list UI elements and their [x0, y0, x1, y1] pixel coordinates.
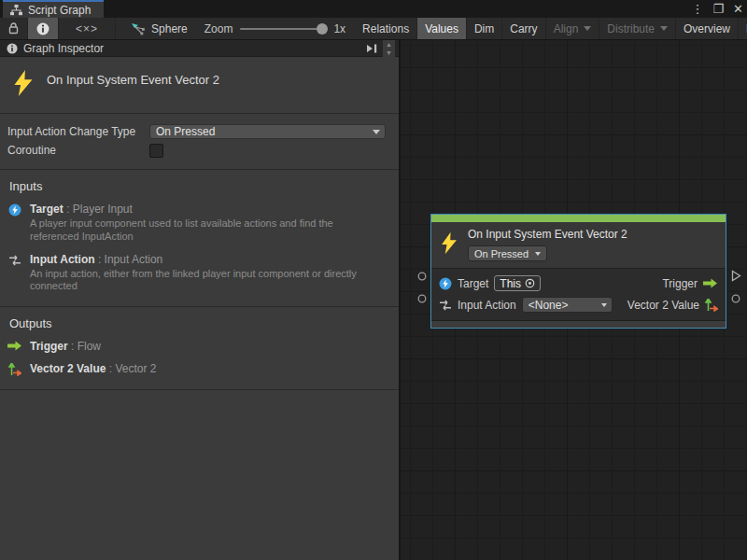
lock-button[interactable] [0, 18, 28, 39]
scroll-down-button[interactable]: ▼ [383, 49, 395, 57]
flow-arrow-icon [703, 278, 718, 288]
input-action-input-port[interactable] [417, 294, 427, 303]
node-header[interactable]: On Input System Event Vector 2 On Presse… [431, 222, 726, 269]
node-title: On Input System Event Vector 2 [468, 228, 627, 241]
chevron-down-icon [584, 26, 591, 31]
player-input-icon [439, 277, 452, 290]
chevron-down-icon [535, 252, 541, 256]
lock-icon [8, 22, 19, 35]
flow-arrow-icon [7, 340, 22, 353]
lightning-bolt-icon [441, 231, 458, 255]
outputs-section: Outputs Trigger : Flow [0, 307, 399, 390]
zoom-slider[interactable] [240, 28, 326, 30]
trigger-output-port[interactable] [731, 270, 741, 282]
align-button[interactable]: Align [546, 18, 600, 39]
target-object-field[interactable]: This [494, 275, 541, 291]
info-icon [7, 43, 18, 54]
vector2-port-label: Vector 2 Value [627, 299, 699, 312]
node-summary: On Input System Event Vector 2 [0, 57, 399, 114]
distribute-button[interactable]: Distribute [599, 18, 676, 39]
node-event-strip [431, 215, 726, 222]
info-icon [36, 22, 49, 35]
trigger-port-label: Trigger [662, 277, 698, 290]
window-menu-icon[interactable]: ⋮ [691, 0, 703, 18]
event-type-dropdown[interactable]: On Pressed [468, 245, 547, 261]
graph-name-label: Sphere [151, 22, 188, 35]
coroutine-label: Coroutine [7, 144, 149, 157]
node-ports: Target This Trigger [431, 269, 726, 320]
code-icon: <×> [76, 22, 98, 35]
port-name: Input Action [30, 253, 95, 266]
align-label: Align [554, 22, 579, 35]
dim-label: Dim [474, 22, 494, 35]
scroll-up-button[interactable]: ▲ [383, 40, 395, 49]
values-button[interactable]: Values [417, 18, 467, 39]
chevron-down-icon [660, 26, 668, 31]
code-preview-button[interactable]: <×> [59, 18, 116, 39]
input-action-value: <None> [529, 299, 569, 312]
target-port-label: Target [458, 277, 488, 290]
tab-script-graph[interactable]: Script Graph [3, 0, 104, 18]
outputs-heading: Outputs [7, 316, 386, 330]
vector2-icon [705, 299, 718, 312]
port-row-target-trigger: Target This Trigger [439, 273, 718, 294]
change-type-row: Input Action Change Type On Pressed [7, 122, 386, 141]
input-doc-input-action: Input Action : Input Action An input act… [7, 253, 386, 294]
change-type-label: Input Action Change Type [7, 125, 149, 138]
target-object-value: This [500, 277, 521, 290]
dim-button[interactable]: Dim [467, 18, 502, 39]
coroutine-checkbox[interactable] [149, 144, 163, 158]
lightning-bolt-icon [13, 70, 34, 96]
graph-breadcrumb[interactable]: Sphere [116, 18, 195, 39]
zoom-slider-knob[interactable] [317, 23, 328, 35]
coroutine-row: Coroutine [7, 141, 386, 160]
zoom-value: 1x [333, 22, 345, 35]
inputs-heading: Inputs [7, 179, 386, 193]
event-node[interactable]: On Input System Event Vector 2 On Presse… [430, 214, 726, 329]
tab-label: Script Graph [28, 4, 91, 17]
object-picker-icon[interactable] [525, 278, 535, 288]
relations-button[interactable]: Relations [355, 18, 417, 39]
chevron-down-icon [601, 303, 607, 307]
overview-button[interactable]: Overview [676, 18, 739, 39]
carry-button[interactable]: Carry [502, 18, 545, 39]
full-screen-button[interactable]: Full Screen [739, 18, 747, 39]
change-type-dropdown[interactable]: On Pressed [149, 124, 386, 139]
input-action-dropdown[interactable]: <None> [522, 297, 613, 313]
window-close-icon[interactable]: ✕ [733, 0, 743, 18]
change-type-value: On Pressed [156, 125, 215, 138]
graph-inspector-header: Graph Inspector ▲ ▼ [0, 40, 399, 57]
carry-label: Carry [510, 22, 537, 35]
graph-hierarchy-icon [10, 5, 22, 16]
main-area: Graph Inspector ▲ ▼ On Input System Even… [0, 40, 747, 560]
port-row-inputaction-vector2: Input Action <None> Vector 2 Value [439, 294, 718, 315]
relations-label: Relations [362, 22, 409, 35]
port-name: Target [30, 203, 63, 216]
port-name: Trigger [30, 340, 68, 353]
inspector-node-title: On Input System Event Vector 2 [47, 70, 219, 87]
graph-inspector-title: Graph Inspector [23, 42, 360, 55]
graph-inspector-panel: Graph Inspector ▲ ▼ On Input System Even… [0, 40, 401, 560]
event-type-value: On Pressed [474, 248, 529, 259]
node-settings: Input Action Change Type On Pressed Coro… [0, 114, 399, 170]
port-type: : Input Action [95, 253, 163, 266]
inspector-toggle-button[interactable] [28, 18, 59, 39]
input-action-icon [7, 253, 22, 294]
window-controls: ⋮ ❐ ✕ [691, 0, 743, 18]
zoom-label: Zoom [204, 22, 233, 35]
graph-canvas[interactable]: On Input System Event Vector 2 On Presse… [401, 40, 747, 560]
input-action-port-label: Input Action [458, 299, 516, 312]
zoom-control: Zoom 1x [195, 18, 355, 39]
expand-panel-icon[interactable] [366, 44, 377, 53]
window-maximize-icon[interactable]: ❐ [712, 0, 724, 18]
overview-label: Overview [684, 22, 730, 35]
vector2-output-port[interactable] [731, 294, 740, 303]
port-name: Vector 2 Value [30, 362, 106, 375]
target-input-port[interactable] [417, 272, 427, 281]
node-footer [431, 320, 726, 328]
player-input-icon [7, 203, 22, 244]
chevron-down-icon [373, 130, 380, 134]
port-type: : Vector 2 [106, 362, 156, 375]
inspector-scrollbar: ▲ ▼ [383, 40, 395, 57]
tab-bar: Script Graph ⋮ ❐ ✕ [0, 0, 747, 18]
